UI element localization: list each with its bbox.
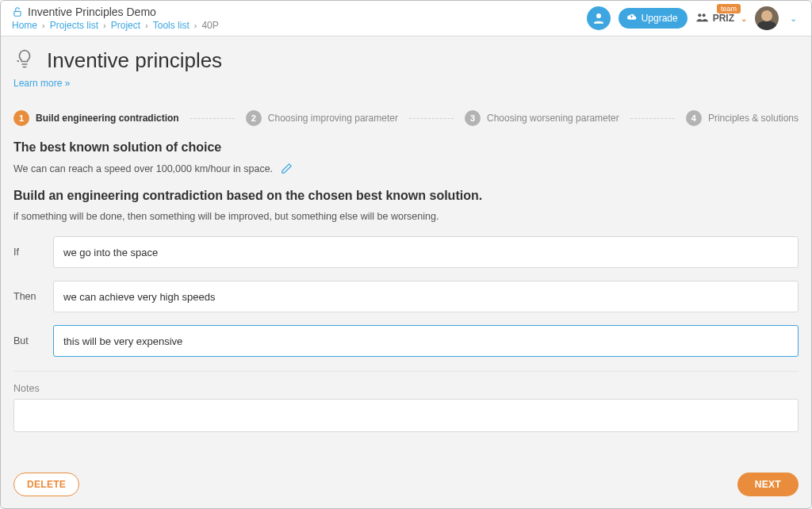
crumb-tools[interactable]: Tools list [153, 20, 190, 31]
next-button[interactable]: NEXT [737, 473, 799, 496]
user-avatar[interactable] [755, 6, 779, 30]
crumb-home[interactable]: Home [12, 20, 37, 31]
step-2[interactable]: 2 Choosing improving parameter [246, 110, 398, 126]
breadcrumb: Home › Projects list › Project › Tools l… [12, 20, 219, 31]
solution-text: We can can reach a speed over 100,000 km… [13, 163, 273, 174]
if-label: If [13, 247, 40, 258]
form-row-then: Then [13, 281, 799, 312]
team-name: PRIZ [713, 13, 734, 24]
step-label: Choosing worsening parameter [487, 113, 619, 124]
chevron-right-icon: › [42, 21, 45, 30]
learn-more-link[interactable]: Learn more » [13, 78, 70, 89]
chevron-right-icon: › [103, 21, 106, 30]
step-divider [630, 118, 675, 119]
step-label: Choosing improving parameter [268, 113, 398, 124]
crumb-project[interactable]: Project [111, 20, 140, 31]
form-row-but: But [13, 325, 799, 357]
but-input[interactable] [53, 325, 799, 357]
step-number: 3 [465, 110, 481, 126]
chevron-right-icon: › [145, 21, 148, 30]
crumb-current: 40P [201, 20, 218, 31]
upgrade-button[interactable]: Upgrade [619, 8, 688, 29]
assistant-avatar-icon[interactable] [587, 6, 611, 30]
page-title-row: Inventive principles [13, 48, 799, 73]
page-title: Inventive principles [47, 48, 222, 73]
if-input[interactable] [53, 236, 799, 268]
chevron-down-icon: ⌄ [741, 14, 747, 23]
contradiction-help: if something will be done, then somethin… [13, 211, 799, 222]
lightbulb-hand-icon [13, 48, 36, 73]
user-menu-chevron-icon[interactable]: ⌄ [787, 13, 800, 24]
chevron-right-icon: › [194, 21, 197, 30]
divider [13, 371, 799, 372]
solution-heading: The best known solution of choice [13, 140, 799, 155]
edit-pencil-icon[interactable] [281, 163, 293, 174]
contradiction-heading: Build an engineering contradiction based… [13, 189, 799, 203]
svg-point-2 [698, 13, 701, 17]
svg-point-3 [702, 13, 705, 17]
team-selector[interactable]: team PRIZ ⌄ [695, 11, 747, 26]
page-content: Inventive principles Learn more » 1 Buil… [1, 36, 811, 465]
topbar-right: Upgrade team PRIZ ⌄ ⌄ [587, 6, 800, 30]
topbar-left: Inventive Principles Demo Home › Project… [12, 6, 219, 31]
but-label: But [13, 335, 40, 346]
step-label: Principles & solutions [708, 113, 799, 124]
cloud-up-icon [626, 12, 637, 25]
lock-open-icon [12, 6, 23, 17]
step-divider [190, 118, 235, 119]
form-row-if: If [13, 236, 799, 268]
stepper: 1 Build engineering contradiction 2 Choo… [13, 110, 799, 126]
team-badge: team [717, 4, 741, 13]
step-number: 2 [246, 110, 262, 126]
svg-rect-0 [14, 11, 21, 16]
notes-label: Notes [13, 383, 799, 394]
step-label: Build engineering contradiction [36, 113, 179, 124]
svg-point-1 [596, 13, 601, 18]
solution-row: We can can reach a speed over 100,000 km… [13, 163, 799, 174]
app-title: Inventive Principles Demo [28, 6, 156, 18]
users-icon [695, 11, 708, 26]
upgrade-label: Upgrade [642, 13, 678, 24]
step-divider [409, 118, 454, 119]
step-3[interactable]: 3 Choosing worsening parameter [465, 110, 619, 126]
footer: DELETE NEXT [1, 465, 811, 507]
step-number: 4 [686, 110, 702, 126]
notes-textarea[interactable] [13, 399, 799, 432]
step-4[interactable]: 4 Principles & solutions [686, 110, 799, 126]
step-number: 1 [13, 110, 29, 126]
crumb-projects[interactable]: Projects list [50, 20, 98, 31]
then-input[interactable] [53, 281, 799, 312]
step-1[interactable]: 1 Build engineering contradiction [13, 110, 179, 126]
then-label: Then [13, 291, 40, 302]
title-row: Inventive Principles Demo [12, 6, 219, 18]
top-bar: Inventive Principles Demo Home › Project… [1, 1, 811, 36]
delete-button[interactable]: DELETE [13, 473, 79, 496]
